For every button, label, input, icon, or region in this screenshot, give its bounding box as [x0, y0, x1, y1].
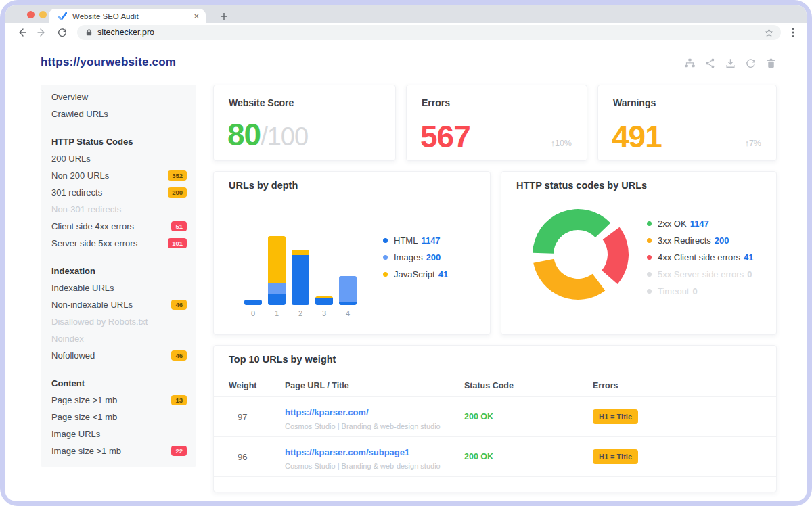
audited-site-url: https://yourwebsite.com: [41, 55, 176, 69]
sidebar-item-crawled-urls[interactable]: Crawled URLs: [41, 106, 196, 122]
sidebar-item-label: Image size >1 mb: [51, 446, 121, 456]
refresh-icon[interactable]: [745, 58, 757, 69]
count-badge: 200: [168, 187, 187, 198]
address-bar[interactable]: sitechecker.pro: [77, 25, 781, 40]
status-code-value: 200 OK: [464, 412, 493, 421]
bar-segment-images: [268, 283, 286, 294]
address-url: sitechecker.pro: [97, 28, 764, 37]
sidebar-item-overview[interactable]: Overview: [41, 89, 196, 106]
table-row-divider: [214, 476, 776, 501]
table-row: 96https://kparser.com/subpage1Cosmos Stu…: [214, 436, 776, 476]
legend-item-3xx-redirects[interactable]: 3xx Redirects200: [647, 232, 754, 249]
bar-column-depth-0: [244, 300, 262, 305]
sidebar-section: IndexationIndexable URLsNon-indexable UR…: [41, 262, 196, 364]
cell-weight: 97: [238, 412, 247, 422]
stat-card-value: 80/100: [227, 119, 308, 152]
stat-card-label: Errors: [422, 97, 450, 108]
legend-dot: [647, 255, 652, 260]
legend-item-5xx-server-side-errors[interactable]: 5xx Server side errors0: [647, 266, 754, 283]
lock-icon: [85, 28, 93, 37]
sidebar-item-non-301-redirects[interactable]: Non-301 redirects: [41, 201, 196, 218]
legend-dot: [647, 272, 652, 277]
share-icon[interactable]: [704, 58, 716, 69]
bar-chart-legend: HTML1147Images200JavaScript41: [383, 232, 448, 283]
sidebar-item-server-side-5xx-errors[interactable]: Server side 5xx errors101: [41, 235, 196, 252]
legend-item-javascript[interactable]: JavaScript41: [383, 266, 448, 283]
legend-item-4xx-client-side-errors[interactable]: 4xx Client side errors41: [647, 249, 754, 266]
sidebar-item-disallowed-by-robots-txt[interactable]: Disallowed by Robots.txt: [41, 313, 196, 330]
legend-item-html[interactable]: HTML1147: [383, 232, 448, 249]
status-code-value: 200 OK: [464, 452, 493, 461]
sidebar-item-non-indexable-urls[interactable]: Non-indexable URLs46: [41, 296, 196, 313]
new-tab-button[interactable]: [217, 9, 231, 23]
browser-tab[interactable]: Website SEO Audit ×: [49, 9, 206, 23]
legend-item-2xx-ok[interactable]: 2xx OK1147: [647, 215, 754, 232]
sidebar-item-page-size-1-mb[interactable]: Page size >1 mb13: [41, 392, 196, 409]
close-window-button[interactable]: [27, 11, 35, 18]
sidebar-item-label: Non 200 URLs: [51, 170, 109, 181]
legend-value: 0: [747, 269, 752, 279]
x-tick-label: 1: [268, 309, 286, 317]
donut-chart-legend: 2xx OK11473xx Redirects2004xx Client sid…: [647, 215, 754, 300]
minimize-window-button[interactable]: [39, 11, 47, 18]
trash-icon[interactable]: [765, 58, 777, 69]
stat-card-delta: ↑10%: [551, 139, 572, 148]
reload-button[interactable]: [55, 26, 69, 39]
legend-dot: [383, 272, 388, 277]
bar-column-depth-2: [292, 250, 309, 305]
legend-label: HTML: [394, 235, 418, 246]
forward-button[interactable]: [35, 26, 49, 39]
page-url-link[interactable]: https://kparser.com/subpage1: [285, 447, 409, 457]
tab-close-icon[interactable]: ×: [194, 12, 199, 20]
sidebar-item-label: 200 URLs: [51, 154, 91, 164]
legend-dot: [383, 238, 388, 243]
legend-value: 200: [715, 235, 729, 246]
bar-chart-x-axis: 01234: [244, 309, 363, 317]
count-badge: 101: [168, 238, 187, 248]
top-urls-card: Top 10 URLs by weight Weight Page URL / …: [213, 345, 777, 492]
urls-by-depth-card: URLs by depth 01234 HTML1147Images200Jav…: [213, 171, 491, 335]
sidebar-section: OverviewCrawled URLs: [41, 89, 196, 122]
browser-menu-icon[interactable]: [788, 27, 798, 38]
sidebar-item-client-side-4xx-errors[interactable]: Client side 4xx errors51: [41, 218, 196, 235]
sidebar-item-image-size-1-mb[interactable]: Image size >1 mb22: [41, 442, 196, 459]
bar-segment-html: [292, 255, 309, 305]
sidebar-item-nofollowed[interactable]: Nofollowed46: [41, 347, 196, 364]
back-button[interactable]: [15, 26, 28, 39]
stat-card-warnings: Warnings491↑7%: [597, 85, 777, 161]
sidebar-item-301-redirects[interactable]: 301 redirects200: [41, 184, 196, 201]
sidebar-section: HTTP Status Codes200 URLsNon 200 URLs352…: [41, 133, 196, 252]
legend-label: 3xx Redirects: [658, 235, 711, 246]
stat-card-errors: Errors567↑10%: [406, 85, 587, 161]
stat-card-website-score: Website Score80/100: [213, 85, 396, 161]
legend-label: Timeout: [658, 286, 689, 296]
bar-chart: [244, 236, 357, 305]
bookmark-star-icon[interactable]: [764, 28, 774, 38]
page-url-link[interactable]: https://kparser.com/: [285, 407, 369, 417]
sitechecker-logo-icon: [58, 12, 67, 21]
sidebar-item-200-urls[interactable]: 200 URLs: [41, 150, 196, 167]
sidebar-item-image-urls[interactable]: Image URLs: [41, 426, 196, 442]
count-badge: 352: [168, 170, 187, 181]
x-tick-label: 4: [339, 309, 357, 317]
sidebar-item-non-200-urls[interactable]: Non 200 URLs352: [41, 167, 196, 184]
chart-title: URLs by depth: [229, 180, 298, 191]
sidebar-item-label: Server side 5xx errors: [51, 238, 137, 248]
sitemap-icon[interactable]: [684, 58, 696, 69]
donut-segment-4xx-client-side-errors: [602, 227, 629, 284]
browser-tabstrip: Website SEO Audit ×: [5, 5, 807, 23]
legend-label: 5xx Server side errors: [658, 269, 744, 279]
sidebar-item-indexable-urls[interactable]: Indexable URLs: [41, 279, 196, 296]
sidebar-item-noindex[interactable]: Noindex: [41, 330, 196, 347]
legend-item-images[interactable]: Images200: [383, 249, 448, 266]
sidebar-item-page-size-1-mb[interactable]: Page size <1 mb: [41, 409, 196, 426]
sidebar-item-label: Non-301 redirects: [51, 204, 121, 214]
x-tick-label: 0: [244, 309, 262, 317]
stat-card-label: Warnings: [613, 97, 656, 108]
sidebar-item-label: Non-indexable URLs: [51, 300, 133, 310]
count-badge: 51: [171, 221, 187, 231]
sidebar-section: ContentPage size >1 mb13Page size <1 mbI…: [41, 375, 196, 459]
legend-item-timeout[interactable]: Timeout0: [647, 283, 754, 300]
legend-label: 2xx OK: [658, 218, 687, 229]
download-icon[interactable]: [725, 58, 736, 69]
